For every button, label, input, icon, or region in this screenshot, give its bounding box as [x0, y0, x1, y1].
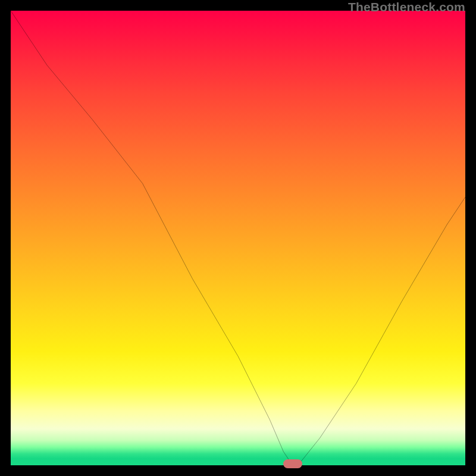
watermark-text: TheBottleneck.com [348, 0, 465, 14]
plot-area [11, 11, 465, 465]
bottleneck-curve [11, 11, 465, 465]
optimum-marker [283, 459, 302, 468]
chart-frame: TheBottleneck.com [0, 0, 476, 476]
